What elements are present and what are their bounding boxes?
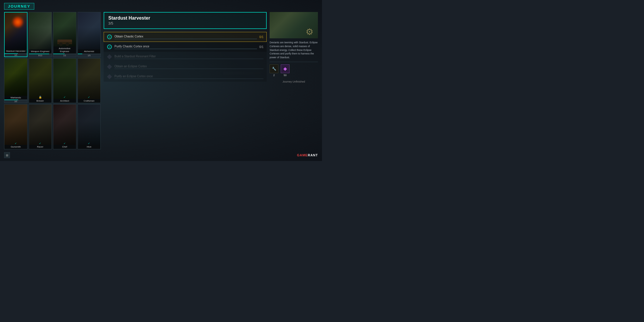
card-label-alchemist: Alchemist — [78, 49, 101, 54]
card-brewer[interactable]: 🔒Brewer — [29, 58, 52, 103]
quest-image — [270, 12, 318, 38]
quest-panel: Stardust Harvester 3/5 Obtain Chaotic Co… — [104, 12, 267, 149]
journey-status: Journey Unfinished — [270, 80, 318, 83]
card-label-stardust-harvester: Stardust Harvester — [5, 49, 27, 53]
card-hive[interactable]: ✓Hive — [78, 104, 101, 149]
card-progress-stardust-harvester: 3/5 — [5, 54, 27, 56]
objective-obtain-eclipse: Obtain an Eclipse Cortex — [104, 62, 267, 72]
card-progress-weapon-engineer: 9/10 — [29, 54, 52, 57]
objective-icon — [107, 35, 112, 39]
card-weapon-engineer[interactable]: Weapon Engineer9/10 — [29, 12, 52, 57]
objective-count-obtain-chaotic: 0/1 — [259, 35, 263, 39]
card-stardust-harvester[interactable]: Stardust Harvester3/5 — [4, 12, 28, 57]
check-icon: ✓ — [39, 142, 41, 145]
description-panel: Deviants are teeming with Stardust. Ecli… — [270, 12, 318, 149]
objective-icon — [107, 44, 112, 49]
card-label-warbands: Warbands — [4, 96, 27, 100]
check-icon: ✓ — [64, 96, 66, 99]
objective-text-purify-eclipse: Purify an Eclipse Cortex once — [114, 75, 263, 78]
reward-item: 🔧2 — [270, 64, 278, 77]
card-label-gunsmith: Gunsmith — [4, 145, 27, 149]
check-icon: ✓ — [64, 142, 66, 145]
card-progress-alchemist: 1/5 — [78, 54, 101, 57]
card-progress-automotive-engineer: 1/2 — [53, 54, 76, 57]
quest-progress: 3/5 — [108, 21, 262, 25]
divider — [270, 62, 318, 62]
reward-icon: 🔧 — [270, 64, 278, 73]
lock-icon: 🔒 — [39, 96, 42, 99]
card-architect[interactable]: ✓Architect — [53, 58, 76, 103]
objective-text-build-filter: Build a Stardust Resonant Filter — [114, 55, 263, 58]
card-chef[interactable]: ✓Chef — [53, 104, 76, 149]
card-alchemist[interactable]: Alchemist1/5 — [78, 12, 101, 57]
card-label-craftsman: Craftsman — [78, 99, 101, 103]
reward-icon: ◆ — [281, 64, 290, 73]
objective-build-filter: Build a Stardust Resonant Filter — [104, 52, 267, 62]
journey-title: JOURNEY — [4, 3, 34, 10]
reward-count: 50 — [284, 74, 287, 77]
objective-obtain-chaotic[interactable]: Obtain Chaotic Cortex0/1 — [104, 32, 267, 42]
quest-title-box: Stardust Harvester 3/5 — [104, 12, 267, 29]
card-gunsmith[interactable]: ✓Gunsmith — [4, 104, 28, 149]
locked-icon — [107, 64, 112, 69]
card-racer[interactable]: ✓Racer — [29, 104, 52, 149]
objective-purify-eclipse: Purify an Eclipse Cortex once — [104, 72, 267, 82]
card-label-racer: Racer — [29, 145, 52, 149]
card-progress-warbands: 3/5 — [4, 100, 27, 103]
card-label-architect: Architect — [53, 99, 76, 103]
card-label-hive: Hive — [78, 145, 101, 149]
page-icon[interactable]: ⊞ — [4, 152, 10, 158]
objectives-list: Obtain Chaotic Cortex0/1Purify Chaotic C… — [104, 32, 267, 82]
reward-row: 🔧2◆50 — [270, 64, 318, 77]
gamerant-logo: GAMERANT — [297, 153, 318, 157]
quest-name: Stardust Harvester — [108, 16, 262, 21]
card-craftsman[interactable]: ✓Craftsman — [78, 58, 101, 103]
check-icon: ✓ — [15, 142, 17, 145]
card-warbands[interactable]: Warbands3/5 — [4, 58, 28, 103]
card-label-chef: Chef — [53, 145, 76, 149]
locked-icon — [107, 54, 112, 59]
objective-text-purify-chaotic: Purify Chaotic Cortex once — [114, 45, 257, 48]
reward-count: 2 — [273, 74, 275, 77]
check-icon: ✓ — [88, 96, 90, 99]
reward-item: ◆50 — [281, 64, 290, 77]
card-automotive-engineer[interactable]: Automotive Engineer1/2 — [53, 12, 76, 57]
objective-count-purify-chaotic: 0/1 — [259, 45, 263, 49]
objective-text-obtain-eclipse: Obtain an Eclipse Cortex — [114, 65, 263, 68]
description-text: Deviants are teeming with Stardust. Ecli… — [270, 41, 318, 59]
bottom-bar: ⊞ GAMERANT — [4, 151, 318, 158]
objective-text-obtain-chaotic: Obtain Chaotic Cortex — [114, 35, 257, 38]
locked-icon — [107, 74, 112, 79]
card-label-brewer: Brewer — [29, 99, 52, 103]
card-label-automotive-engineer: Automotive Engineer — [53, 47, 76, 53]
check-icon: ✓ — [88, 142, 90, 145]
card-label-weapon-engineer: Weapon Engineer — [29, 49, 52, 54]
objective-purify-chaotic[interactable]: Purify Chaotic Cortex once0/1 — [104, 42, 267, 52]
card-grid: Stardust Harvester3/5Weapon Engineer9/10… — [4, 12, 101, 149]
